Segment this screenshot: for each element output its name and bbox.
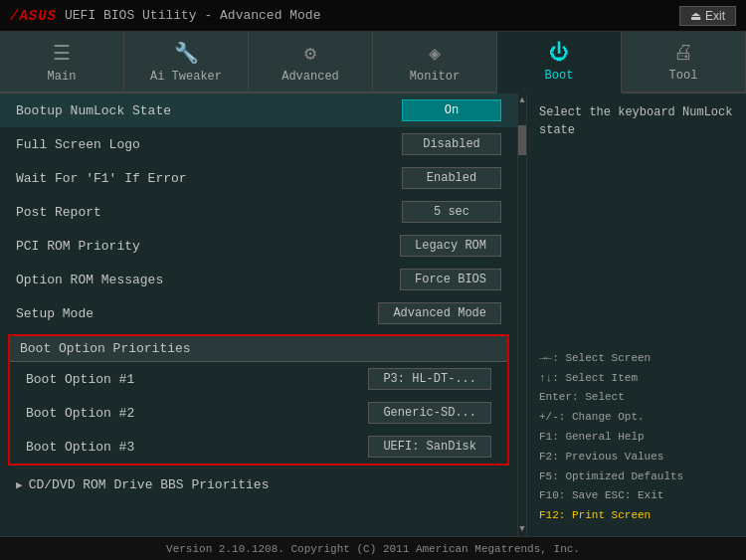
tab-tool-label: Tool [669,69,698,83]
nav-tabs: ☰ Main 🔧 Ai Tweaker ⚙ Advanced ◈ Monitor… [0,32,746,93]
priorities-header: Boot Option Priorities [10,336,507,362]
scroll-up-arrow[interactable]: ▲ [518,93,526,105]
main-icon: ☰ [53,41,71,66]
f12-highlight: F12: Print Screen [539,509,651,521]
cdvd-arrow-icon: ▶ [16,478,23,491]
tab-main-label: Main [48,70,77,84]
main-scrollbar[interactable]: ▲ ▼ [517,93,527,536]
scroll-thumb[interactable] [518,125,526,155]
wait-f1-label: Wait For 'F1' If Error [16,171,187,186]
shortcut-f10: F10: Save ESC: Exit [539,486,734,506]
scroll-down-arrow[interactable]: ▼ [518,524,526,534]
monitor-icon: ◈ [429,41,441,66]
fullscreen-logo-value[interactable]: Disabled [402,133,501,155]
numlock-label: Bootup NumLock State [16,103,171,118]
keyboard-shortcuts: →←: Select Screen ↑↓: Select Item Enter:… [539,349,734,526]
boot-option-1-value[interactable]: P3: HL-DT-... [368,368,491,390]
boot-priorities-section: Boot Option Priorities Boot Option #1 P3… [8,334,509,466]
row-post-report[interactable]: Post Report 5 sec [0,195,517,229]
post-report-label: Post Report [16,205,101,220]
row-cdvd[interactable]: ▶ CD/DVD ROM Drive BBS Priorities [0,469,517,500]
shortcut-enter: Enter: Select [539,388,734,408]
setup-mode-value[interactable]: Advanced Mode [378,302,501,324]
row-boot-option-2[interactable]: Boot Option #2 Generic-SD... [10,396,507,430]
tab-advanced-label: Advanced [281,70,339,84]
ai-tweaker-icon: 🔧 [174,41,199,66]
row-fullscreen-logo[interactable]: Full Screen Logo Disabled [0,127,517,161]
shortcut-select-item: ↑↓: Select Item [539,369,734,389]
content-area: Bootup NumLock State On Full Screen Logo… [0,93,527,536]
logo-area: /ASUS UEFI BIOS Utility - Advanced Mode [10,8,320,24]
main-area: Bootup NumLock State On Full Screen Logo… [0,93,746,536]
help-text: Select the keyboard NumLock state [539,103,734,139]
tab-ai-tweaker[interactable]: 🔧 Ai Tweaker [124,32,249,92]
post-report-value[interactable]: 5 sec [402,201,501,223]
asus-logo: /ASUS [10,8,57,24]
row-boot-option-1[interactable]: Boot Option #1 P3: HL-DT-... [10,362,507,396]
tool-icon: 🖨 [673,41,693,65]
right-panel: Select the keyboard NumLock state →←: Se… [527,93,746,536]
wait-f1-value[interactable]: Enabled [402,167,501,189]
pci-rom-value[interactable]: Legacy ROM [400,235,501,257]
tab-boot[interactable]: ⏻ Boot [497,32,622,93]
footer-text: Version 2.10.1208. Copyright (C) 2011 Am… [166,543,580,555]
row-pci-rom[interactable]: PCI ROM Priority Legacy ROM [0,229,517,263]
tab-boot-label: Boot [545,69,574,83]
tab-monitor-label: Monitor [410,70,460,84]
numlock-value[interactable]: On [402,99,501,121]
bios-title: UEFI BIOS Utility - Advanced Mode [65,8,320,23]
advanced-icon: ⚙ [304,41,316,66]
row-option-rom[interactable]: Option ROM Messages Force BIOS [0,263,517,296]
pci-rom-label: PCI ROM Priority [16,239,140,254]
shortcut-change: +/-: Change Opt. [539,408,734,428]
fullscreen-logo-label: Full Screen Logo [16,137,140,152]
exit-button[interactable]: ⏏ Exit [679,6,736,26]
boot-icon: ⏻ [549,41,569,65]
shortcut-f5: F5: Optimized Defaults [539,467,734,487]
boot-option-2-value[interactable]: Generic-SD... [368,402,491,424]
row-wait-f1[interactable]: Wait For 'F1' If Error Enabled [0,161,517,195]
row-boot-option-3[interactable]: Boot Option #3 UEFI: SanDisk [10,430,507,464]
row-numlock[interactable]: Bootup NumLock State On [0,93,517,127]
exit-icon: ⏏ [690,9,701,23]
shortcut-f2: F2: Previous Values [539,448,734,467]
tab-monitor[interactable]: ◈ Monitor [373,32,497,92]
bios-header: /ASUS UEFI BIOS Utility - Advanced Mode … [0,0,746,32]
boot-option-1-label: Boot Option #1 [26,372,134,387]
left-panel: Bootup NumLock State On Full Screen Logo… [0,93,517,536]
tab-tool[interactable]: 🖨 Tool [622,32,746,92]
option-rom-value[interactable]: Force BIOS [400,269,501,290]
cdvd-label: CD/DVD ROM Drive BBS Priorities [29,477,270,492]
footer: Version 2.10.1208. Copyright (C) 2011 Am… [0,536,746,560]
option-rom-label: Option ROM Messages [16,273,163,287]
boot-option-3-value[interactable]: UEFI: SanDisk [368,436,491,458]
tab-main[interactable]: ☰ Main [0,32,124,92]
setup-mode-label: Setup Mode [16,306,93,321]
tab-advanced[interactable]: ⚙ Advanced [249,32,373,92]
shortcut-select-screen: →←: Select Screen [539,349,734,369]
boot-option-2-label: Boot Option #2 [26,406,134,421]
shortcut-f12: F12: Print Screen [539,506,734,526]
tab-ai-tweaker-label: Ai Tweaker [150,70,222,84]
boot-option-3-label: Boot Option #3 [26,440,134,455]
shortcut-f1: F1: General Help [539,428,734,448]
row-setup-mode[interactable]: Setup Mode Advanced Mode [0,296,517,330]
